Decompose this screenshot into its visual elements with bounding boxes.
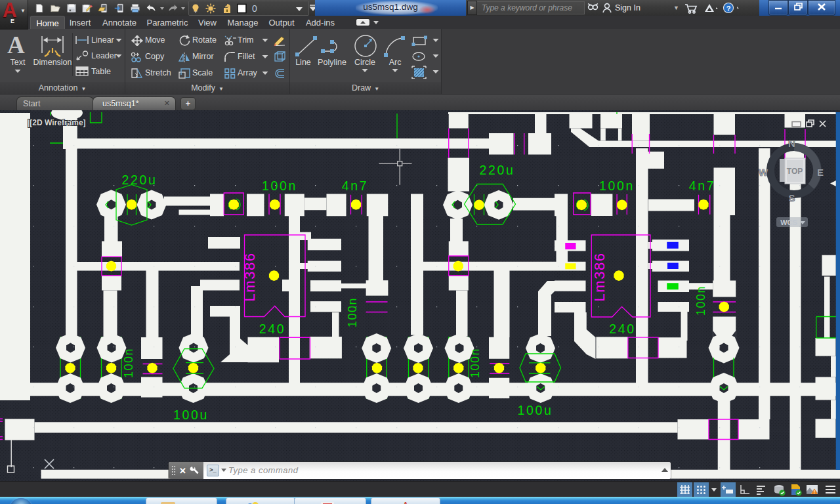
svg-text:E: E: [817, 167, 824, 178]
svg-text:?: ?: [726, 5, 730, 12]
svg-text:100n: 100n: [262, 178, 297, 193]
svg-text:100n: 100n: [346, 297, 359, 327]
svg-text:100u: 100u: [173, 408, 209, 422]
svg-text:S: S: [788, 192, 795, 203]
svg-text:100n: 100n: [694, 285, 707, 316]
svg-text:100u: 100u: [518, 403, 553, 417]
svg-text:4n7: 4n7: [342, 178, 368, 193]
svg-text:TOP: TOP: [787, 167, 803, 176]
svg-text:240: 240: [259, 322, 285, 336]
svg-text:N: N: [788, 138, 795, 149]
svg-text:100n: 100n: [122, 348, 135, 378]
svg-text:100n: 100n: [469, 348, 482, 378]
svg-text:Lm386: Lm386: [242, 253, 258, 302]
svg-text:220u: 220u: [122, 173, 158, 187]
svg-text:|[2D Wireframe]: |[2D Wireframe]: [28, 118, 86, 127]
svg-text:4n7: 4n7: [689, 178, 715, 193]
svg-text:220u: 220u: [480, 163, 515, 177]
svg-text:Lm386: Lm386: [591, 253, 608, 302]
svg-text:240: 240: [609, 322, 635, 336]
svg-text:!: !: [814, 490, 815, 494]
svg-text:100n: 100n: [599, 178, 635, 193]
svg-text:A: A: [403, 501, 408, 504]
svg-text:W: W: [759, 167, 768, 178]
svg-text:WCS: WCS: [780, 219, 797, 226]
